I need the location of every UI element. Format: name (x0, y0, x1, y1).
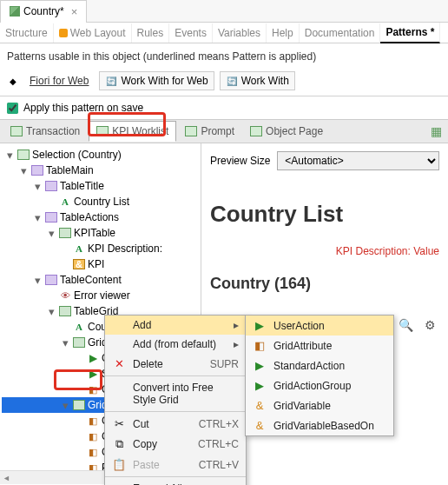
ctx-copy[interactable]: ⧉ CopyCTRL+C (105, 434, 246, 455)
apply-on-save-label: Apply this pattern on save (23, 102, 143, 114)
tab-title: Country* (23, 5, 64, 17)
sub-grid-variable[interactable]: & GridVariable (246, 395, 393, 415)
tab-variables[interactable]: Variables (213, 23, 267, 43)
text-icon: A (73, 243, 85, 254)
document-tab[interactable]: Country* × (0, 0, 87, 23)
text-icon: A (59, 196, 71, 207)
cube-icon: ◧ (87, 447, 99, 457)
tab-documentation[interactable]: Documentation (300, 23, 381, 43)
tab-kpi-worklist[interactable]: KPI Worklist (89, 121, 176, 142)
cube-icon: ◧ (87, 384, 99, 395)
tree-kpitable[interactable]: KPITable (2, 225, 199, 241)
add-button[interactable]: ▦ (427, 123, 445, 140)
flag-icon: ▶ (87, 369, 99, 379)
flag-icon: ▶ (87, 353, 99, 363)
chevron-right-icon: ▸ (234, 338, 239, 350)
context-menu: Add ▸ Add (from default)▸ ✕ DeleteSUPR C… (104, 315, 247, 485)
bullet-icon: ◆ (7, 75, 19, 87)
cut-icon: ✂ (112, 417, 126, 430)
sub-user-action[interactable]: ▶ UserAction (246, 316, 393, 336)
ctx-expand-all[interactable]: Expand All (105, 479, 246, 485)
work-with-web-button[interactable]: 🔄Work With for Web (99, 71, 214, 90)
layout-icon (59, 29, 68, 37)
cube-icon: ◧ (87, 431, 99, 442)
tree-country-list[interactable]: ACountry List (2, 194, 199, 209)
tab-transaction[interactable]: Transaction (3, 122, 87, 141)
preview-title: Country List (210, 201, 439, 228)
preview-size-label: Preview Size (210, 155, 270, 167)
prompt-tab-icon (185, 126, 197, 136)
table-icon (45, 181, 57, 191)
gear-icon[interactable]: ⚙ (420, 316, 439, 335)
ww2-icon: 🔄 (226, 75, 238, 87)
apply-on-save-checkbox[interactable] (7, 103, 18, 114)
ctx-convert[interactable]: Convert into Free Style Grid (105, 378, 246, 409)
flag-icon: ▶ (253, 379, 267, 392)
tab-structure[interactable]: Structure (0, 23, 54, 43)
eye-icon: 👁 (59, 290, 71, 301)
table-icon (31, 165, 43, 176)
preview-subtitle: Country (164) (210, 275, 439, 293)
object-page-tab-icon (250, 126, 262, 136)
chevron-right-icon: ▸ (234, 319, 239, 331)
cube-icon: ◧ (253, 339, 267, 352)
preview-kpi-text: KPI Description: Value (210, 245, 439, 257)
tab-rules[interactable]: Rules (132, 23, 170, 43)
search-icon[interactable]: 🔍 (396, 316, 415, 335)
pattern-instance-tabs: Transaction KPI Worklist Prompt Object P… (0, 119, 448, 143)
tree-root[interactable]: Selection (Country) (2, 147, 199, 163)
preview-size-select[interactable]: <Automatic> (277, 151, 439, 170)
tree-error-viewer[interactable]: 👁Error viewer (2, 288, 199, 303)
sub-grid-var-based[interactable]: & GridVariableBasedOn (246, 415, 393, 435)
grid-icon (59, 228, 71, 238)
tree-tablemain[interactable]: TableMain (2, 163, 199, 178)
flag-icon: ▶ (253, 319, 267, 332)
work-with-button[interactable]: 🔄Work With (220, 71, 295, 90)
ctx-cut[interactable]: ✂ CutCTRL+X (105, 414, 246, 434)
ctx-paste: 📋 PasteCTRL+V (105, 455, 246, 475)
kpi-tab-icon (96, 126, 109, 136)
sub-grid-action-group[interactable]: ▶ GridActionGroup (246, 375, 393, 395)
attr-icon: A (73, 322, 85, 332)
tree-kpi[interactable]: &KPI (2, 256, 199, 272)
var-icon: & (253, 399, 267, 412)
tab-patterns[interactable]: Patterns * (380, 23, 440, 43)
root-icon (17, 149, 30, 160)
fiori-for-web-button[interactable]: Fiori for Web (24, 72, 94, 90)
transaction-icon (10, 6, 20, 17)
close-icon[interactable]: × (71, 5, 78, 18)
ctx-add-default[interactable]: Add (from default)▸ (105, 335, 246, 354)
cube-icon: ◧ (87, 415, 99, 426)
transaction-tab-icon (10, 126, 23, 136)
tab-help[interactable]: Help (267, 23, 300, 43)
flag-icon: ▶ (253, 359, 267, 372)
document-tab-bar: Country* × (0, 0, 448, 23)
var-icon: & (73, 259, 85, 269)
tab-prompt[interactable]: Prompt (178, 122, 241, 141)
tree-tabletitle[interactable]: TableTitle (2, 178, 199, 194)
preview-size-row: Preview Size <Automatic> (210, 150, 439, 171)
sub-grid-attribute[interactable]: ◧ GridAttribute (246, 336, 393, 355)
pattern-button-row: ◆ Fiori for Web 🔄Work With for Web 🔄Work… (0, 70, 448, 96)
table-icon (45, 212, 57, 223)
tree-kpi-desc[interactable]: AKPI Description: (2, 241, 199, 256)
ww-icon: 🔄 (105, 75, 117, 87)
tab-events[interactable]: Events (169, 23, 213, 43)
tab-web-layout[interactable]: Web Layout (54, 23, 132, 43)
tree-tableactions[interactable]: TableActions (2, 209, 199, 225)
grid-icon (73, 400, 85, 410)
copy-icon: ⧉ (112, 437, 126, 451)
grid-icon (59, 306, 71, 316)
delete-icon: ✕ (112, 357, 126, 370)
apply-on-save-row: Apply this pattern on save (0, 96, 448, 119)
var-icon: & (253, 419, 267, 432)
add-submenu: ▶ UserAction ◧ GridAttribute ▶ StandardA… (245, 315, 394, 436)
tree-tablecontent[interactable]: TableContent (2, 272, 199, 288)
sub-standard-action[interactable]: ▶ StandardAction (246, 355, 393, 375)
ctx-delete[interactable]: ✕ DeleteSUPR (105, 354, 246, 374)
table-icon (45, 275, 57, 285)
grid-icon (73, 337, 85, 348)
tab-object-page[interactable]: Object Page (243, 122, 330, 141)
part-tabs: Structure Web Layout Rules Events Variab… (0, 23, 448, 43)
ctx-add[interactable]: Add ▸ (105, 316, 246, 335)
